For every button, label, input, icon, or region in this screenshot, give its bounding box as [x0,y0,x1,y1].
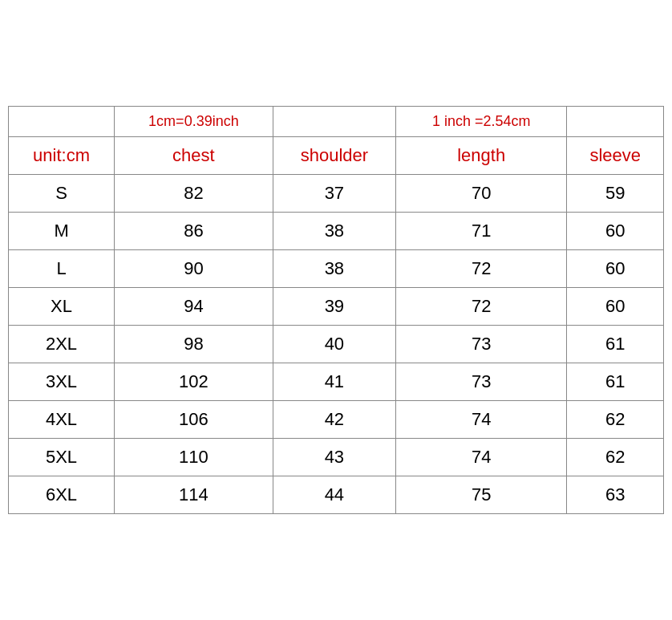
sleeve-cell: 62 [567,439,664,476]
sleeve-cell: 59 [567,175,664,213]
size-cell: 5XL [9,439,115,476]
length-cell: 73 [396,363,567,401]
shoulder-cell: 39 [273,288,395,326]
length-cell: 73 [396,326,567,363]
unit-header: unit:cm [9,137,115,175]
size-cell: XL [9,288,115,326]
chest-cell: 102 [115,363,273,401]
table-row: 2XL98407361 [9,326,664,363]
table-row: L90387260 [9,250,664,288]
length-cell: 74 [396,439,567,476]
length-cell: 72 [396,288,567,326]
sleeve-cell: 60 [567,213,664,250]
size-cell: 3XL [9,363,115,401]
empty-top-right [567,107,664,137]
length-cell: 75 [396,476,567,514]
table-row: M86387160 [9,213,664,250]
table-row: 6XL114447563 [9,476,664,514]
shoulder-cell: 40 [273,326,395,363]
sleeve-cell: 62 [567,401,664,439]
sleeve-cell: 60 [567,288,664,326]
table-row: XL94397260 [9,288,664,326]
conversion-cm: 1cm=0.39inch [115,107,273,137]
length-cell: 71 [396,213,567,250]
chest-cell: 98 [115,326,273,363]
chest-cell: 94 [115,288,273,326]
size-chart-table: 1cm=0.39inch 1 inch =2.54cm unit:cm ches… [8,106,664,514]
sleeve-cell: 61 [567,363,664,401]
sleeve-header: sleeve [567,137,664,175]
shoulder-cell: 42 [273,401,395,439]
sleeve-cell: 60 [567,250,664,288]
sleeve-cell: 63 [567,476,664,514]
table-row: S82377059 [9,175,664,213]
size-cell: 2XL [9,326,115,363]
size-chart-container: 1cm=0.39inch 1 inch =2.54cm unit:cm ches… [0,98,672,522]
size-cell: L [9,250,115,288]
chest-header: chest [115,137,273,175]
table-row: 5XL110437462 [9,439,664,476]
table-row: 3XL102417361 [9,363,664,401]
length-cell: 74 [396,401,567,439]
size-cell: S [9,175,115,213]
empty-top-left [9,107,115,137]
shoulder-cell: 38 [273,213,395,250]
table-row: 4XL106427462 [9,401,664,439]
sleeve-cell: 61 [567,326,664,363]
length-cell: 72 [396,250,567,288]
size-cell: 4XL [9,401,115,439]
shoulder-cell: 37 [273,175,395,213]
shoulder-cell: 38 [273,250,395,288]
length-cell: 70 [396,175,567,213]
length-header: length [396,137,567,175]
chest-cell: 114 [115,476,273,514]
conversion-row: 1cm=0.39inch 1 inch =2.54cm [9,107,664,137]
chest-cell: 106 [115,401,273,439]
column-headers-row: unit:cm chest shoulder length sleeve [9,137,664,175]
size-cell: M [9,213,115,250]
size-cell: 6XL [9,476,115,514]
shoulder-cell: 41 [273,363,395,401]
shoulder-cell: 43 [273,439,395,476]
chest-cell: 82 [115,175,273,213]
shoulder-cell: 44 [273,476,395,514]
shoulder-header: shoulder [273,137,395,175]
chest-cell: 110 [115,439,273,476]
chest-cell: 90 [115,250,273,288]
conversion-inch: 1 inch =2.54cm [396,107,567,137]
chest-cell: 86 [115,213,273,250]
empty-top-mid [273,107,395,137]
